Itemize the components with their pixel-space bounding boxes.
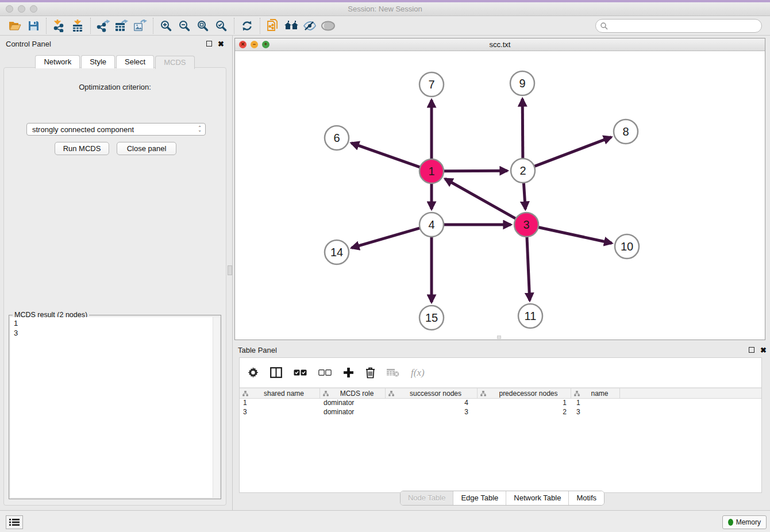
mcds-result-group: MCDS result (2 nodes) 1 3 <box>9 315 221 499</box>
close-panel-button[interactable]: Close panel <box>117 142 176 155</box>
zoom-fit-icon[interactable] <box>194 17 212 34</box>
criterion-select[interactable]: strongly connected component ⌃⌄ <box>26 123 206 136</box>
home-icon[interactable] <box>282 17 301 34</box>
cell[interactable]: 3 <box>240 408 320 417</box>
edge-4-14[interactable] <box>352 228 420 248</box>
splitter-handle[interactable] <box>228 265 232 275</box>
optimization-criterion-label: Optimization criterion: <box>4 83 226 91</box>
zoom-in-icon[interactable] <box>157 17 175 34</box>
cell[interactable]: 3 <box>571 408 620 417</box>
delete-table-icon[interactable] <box>387 368 399 377</box>
cell[interactable]: 1 <box>240 399 320 408</box>
edge-3-1[interactable] <box>445 179 516 218</box>
table-panel-title: Table Panel <box>238 346 749 354</box>
svg-text:8: 8 <box>622 125 629 138</box>
edge-2-9[interactable] <box>522 99 523 159</box>
edge-1-6[interactable] <box>351 143 420 167</box>
node-10[interactable]: 10 <box>615 234 639 259</box>
hierarchy-icon <box>323 391 329 396</box>
export-network-icon[interactable] <box>94 17 113 34</box>
search-box[interactable] <box>595 19 762 33</box>
node-4[interactable]: 4 <box>419 213 444 237</box>
hide-preview-icon[interactable] <box>319 17 337 34</box>
float-panel-icon[interactable] <box>206 41 212 47</box>
refresh-icon[interactable] <box>238 17 256 34</box>
node-14[interactable]: 14 <box>325 240 349 264</box>
task-history-button[interactable] <box>6 515 23 529</box>
close-table-panel-icon[interactable]: ✖ <box>760 346 767 354</box>
column-header-MCDS-role[interactable]: MCDS role <box>320 388 386 398</box>
cell[interactable]: 3 <box>386 408 478 417</box>
network-canvas[interactable]: 7968124314101511 <box>235 51 765 340</box>
table-rows: 1dominator4113dominator323 <box>240 399 761 417</box>
tab-motifs[interactable]: Motifs <box>569 491 604 505</box>
node-6[interactable]: 6 <box>325 126 349 150</box>
node-2[interactable]: 2 <box>511 159 535 183</box>
run-mcds-button[interactable]: Run MCDS <box>55 142 109 155</box>
column-header-predecessor-nodes[interactable]: predecessor nodes <box>478 388 571 398</box>
table-panel: Table Panel ✖ <box>234 342 770 510</box>
import-network-icon[interactable] <box>50 17 68 34</box>
zoom-selected-icon[interactable] <box>212 17 230 34</box>
canvas-grip[interactable] <box>497 336 501 339</box>
node-15[interactable]: 15 <box>419 306 444 330</box>
column-header-name[interactable]: name <box>571 388 620 398</box>
show-columns-icon[interactable] <box>270 367 282 378</box>
search-input[interactable] <box>608 20 761 32</box>
cell[interactable]: 2 <box>478 408 571 417</box>
node-1[interactable]: 1 <box>419 159 444 183</box>
node-9[interactable]: 9 <box>510 71 534 95</box>
column-header-shared-name[interactable]: shared name <box>240 388 320 398</box>
export-table-icon[interactable] <box>113 17 131 34</box>
table-row[interactable]: 3dominator323 <box>240 408 761 417</box>
tab-network-table[interactable]: Network Table <box>506 491 569 505</box>
tab-mcds[interactable]: MCDS <box>155 56 194 69</box>
mcds-result-text[interactable]: 1 3 <box>10 317 213 498</box>
list-icon <box>9 518 20 526</box>
edge-2-3[interactable] <box>523 183 525 209</box>
node-3[interactable]: 3 <box>514 213 538 237</box>
function-builder-icon[interactable]: f(x) <box>411 367 425 379</box>
delete-column-icon[interactable] <box>365 367 375 379</box>
tab-edge-table[interactable]: Edge Table <box>453 491 506 505</box>
edge-3-10[interactable] <box>538 227 612 243</box>
column-header-successor-nodes[interactable]: successor nodes <box>386 388 478 398</box>
window-title: Session: New Session <box>0 5 770 13</box>
svg-text:11: 11 <box>525 310 537 322</box>
node-11[interactable]: 11 <box>518 304 542 328</box>
memory-label: Memory <box>736 518 761 526</box>
network-window-titlebar[interactable]: ✕ − + scc.txt <box>235 38 765 51</box>
add-column-icon[interactable] <box>343 367 354 378</box>
float-table-panel-icon[interactable] <box>749 347 754 353</box>
edge-3-11[interactable] <box>527 237 530 300</box>
tab-style[interactable]: Style <box>81 55 115 68</box>
export-image-icon[interactable] <box>131 17 149 34</box>
save-session-icon[interactable] <box>24 17 43 34</box>
edge-2-8[interactable] <box>534 137 611 167</box>
table-row[interactable]: 1dominator411 <box>240 399 761 408</box>
zoom-out-icon[interactable] <box>175 17 194 34</box>
edge-1-2[interactable] <box>444 171 507 171</box>
cell[interactable]: 1 <box>478 399 571 408</box>
deselect-all-icon[interactable] <box>318 369 332 376</box>
network-from-clipboard-icon[interactable] <box>264 17 282 34</box>
vizmapper-preview-icon[interactable] <box>301 17 319 34</box>
cell[interactable]: 4 <box>386 399 478 408</box>
node-8[interactable]: 8 <box>614 119 638 144</box>
cell[interactable]: dominator <box>320 408 386 417</box>
select-all-icon[interactable] <box>294 369 307 376</box>
close-panel-icon[interactable]: ✖ <box>218 40 224 48</box>
node-7[interactable]: 7 <box>419 72 444 97</box>
vertical-splitter <box>232 36 233 510</box>
settings-gear-icon[interactable] <box>248 367 259 378</box>
tab-select[interactable]: Select <box>116 55 154 68</box>
cell[interactable]: 1 <box>571 399 620 408</box>
import-table-icon[interactable] <box>68 17 87 34</box>
tab-node-table[interactable]: Node Table <box>401 491 454 505</box>
tab-network[interactable]: Network <box>35 55 80 68</box>
open-file-icon[interactable] <box>6 17 24 34</box>
result-scrollbar[interactable] <box>213 317 220 498</box>
memory-status-icon <box>728 519 733 526</box>
memory-button[interactable]: Memory <box>722 515 767 529</box>
cell[interactable]: dominator <box>320 399 386 408</box>
